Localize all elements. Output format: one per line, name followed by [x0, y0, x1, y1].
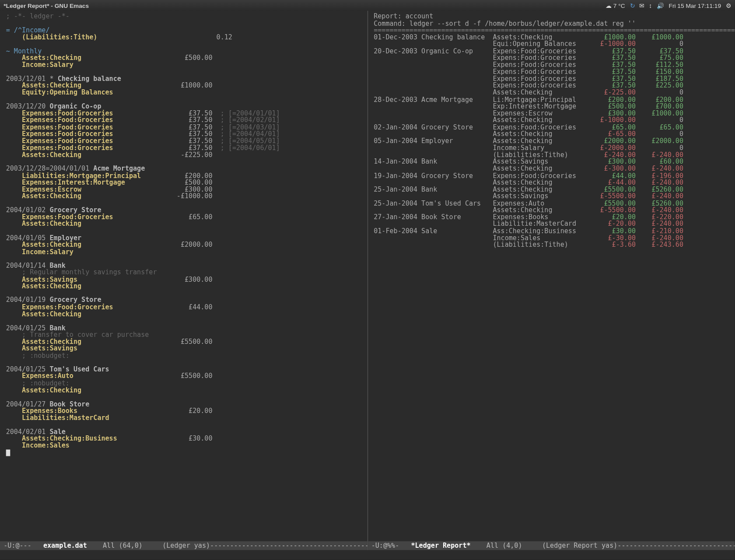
ledger-report-buffer[interactable]: Report: account Command: ledger --sort d…: [368, 11, 735, 541]
refresh-icon[interactable]: ↻: [630, 2, 635, 9]
right-pane: Report: account Command: ledger --sort d…: [368, 11, 735, 550]
system-tray: ☁ 7 °C ↻ ✉ ↕ 🔊 Fri 15 Mar 17:11:19 ⚙: [606, 2, 731, 9]
window-title: *Ledger Report* - GNU Emacs: [4, 2, 89, 9]
right-modeline: -U:@%%- *Ledger Report* All (4,0) (Ledge…: [368, 541, 735, 550]
buffer-name: *Ledger Report*: [411, 542, 470, 550]
ledger-source-buffer[interactable]: ; -*- ledger -*- = /^Income/ (Liabilitie…: [0, 11, 367, 541]
mail-icon[interactable]: ✉: [639, 2, 644, 9]
cloud-icon: ☁: [606, 2, 612, 9]
weather-indicator[interactable]: ☁ 7 °C: [606, 2, 625, 9]
clock[interactable]: Fri 15 Mar 17:11:19: [669, 2, 721, 9]
gear-icon[interactable]: ⚙: [726, 2, 731, 9]
left-pane: ; -*- ledger -*- = /^Income/ (Liabilitie…: [0, 11, 368, 550]
network-icon[interactable]: ↕: [649, 2, 652, 9]
minibuffer[interactable]: [0, 550, 735, 560]
modeline-dashes: ----------------------------------------…: [617, 542, 735, 550]
modeline-dashes: ----------------------------------------…: [210, 542, 367, 550]
left-modeline: -U:@--- example.dat All (64,0) (Ledger y…: [0, 541, 367, 550]
desktop-topbar: *Ledger Report* - GNU Emacs ☁ 7 °C ↻ ✉ ↕…: [0, 0, 735, 11]
buffer-name: example.dat: [43, 542, 87, 550]
volume-icon[interactable]: 🔊: [657, 2, 664, 9]
text-cursor: [6, 449, 10, 456]
